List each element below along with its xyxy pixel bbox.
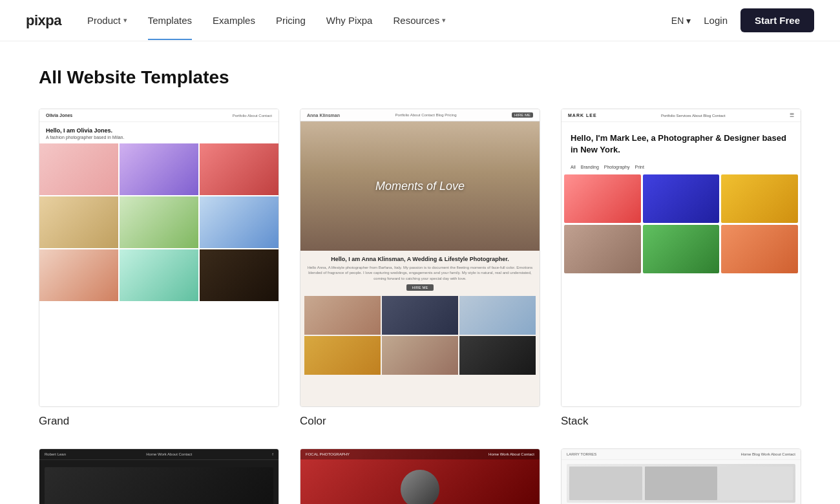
template-thumbnail-grand: Olivia Jones Portfolio About Contact Hel… [39,109,279,407]
color-cell-4 [304,336,381,375]
template-card-larry[interactable]: LARRY TORRES Home Blog Work About Contac… [561,448,801,504]
stack-photo-grid [562,174,801,273]
grand-cell-5 [120,196,198,248]
login-button[interactable]: Login [704,15,728,26]
nav-resources[interactable]: Resources ▾ [393,15,446,26]
color-cell-6 [459,336,536,375]
color-hire-btn: HIRE ME [406,284,433,291]
grand-subline: A fashion photographer based in Milan. [46,135,272,140]
color-cell-1 [304,296,381,335]
color-logo: Anna Klinsman [307,113,340,118]
stack-menu-icon: ☰ [790,112,794,118]
grand-cell-2 [120,143,198,195]
chevron-down-icon: ▾ [123,16,127,25]
nav-right: EN ▾ Login Start Free [671,8,814,32]
nav-links: Product ▾ Templates Examples Pricing Why… [87,15,671,26]
robert-social: f [272,452,273,456]
chevron-down-icon: ▾ [686,16,691,26]
robert-bar: Robert Lean Home Work About Contact f [39,449,278,460]
robert-body [39,460,278,504]
nav-pricing[interactable]: Pricing [276,15,306,26]
color-cta: HIRE ME [512,112,533,118]
template-thumbnail-stack: MARK LEE Portfolio Services About Blog C… [561,109,801,407]
stack-logo: MARK LEE [568,113,597,118]
stack-hero: Hello, I'm Mark Lee, a Photographer & De… [562,122,801,162]
template-thumbnail-larry: LARRY TORRES Home Blog Work About Contac… [561,448,801,504]
template-grid-bottom: Robert Lean Home Work About Contact f FO… [39,448,801,504]
template-name-color: Color [300,415,540,428]
larry-name: LARRY TORRES [567,452,596,456]
nav-templates[interactable]: Templates [148,15,192,26]
chevron-down-icon: ▾ [442,16,446,25]
focal-portrait [401,470,439,504]
template-name-stack: Stack [561,415,801,428]
robert-content [45,467,273,505]
color-about: Hello, I am Anna Klinsman, A Wedding & L… [300,251,540,296]
template-card-grand[interactable]: Olivia Jones Portfolio About Contact Hel… [39,109,279,428]
brand-logo[interactable]: pixpa [26,12,61,29]
color-about-head: Hello, I am Anna Klinsman, A Wedding & L… [307,256,533,262]
stack-cell-2 [643,174,720,223]
larry-body [562,460,801,504]
focal-nav: Home Work About Contact [488,452,534,456]
larry-content [567,464,795,503]
robert-nav: Home Work About Contact [146,452,192,456]
navbar: pixpa Product ▾ Templates Examples Prici… [0,0,840,41]
grand-cell-9 [200,249,278,301]
grand-cell-8 [120,249,198,301]
template-card-stack[interactable]: MARK LEE Portfolio Services About Blog C… [561,109,801,428]
grand-logo: Olivia Jones [46,113,72,118]
template-card-color[interactable]: Anna Klinsman Portfolio About Contact Bl… [300,109,540,428]
focal-body [300,459,540,504]
nav-product[interactable]: Product ▾ [87,15,127,26]
grand-nav: Portfolio About Contact [233,114,272,118]
stack-cell-6 [721,225,798,273]
grand-cell-7 [39,249,118,301]
stack-cell-3 [721,174,798,223]
color-cell-5 [382,336,458,375]
color-nav: Portfolio About Contact Blog Pricing [395,113,456,117]
color-about-body: Hello Anna, A lifestyle photographer fro… [307,265,533,281]
grand-cell-4 [39,196,118,248]
grand-cell-6 [200,196,278,248]
stack-nav: Portfolio Services About Blog Contact [661,114,726,118]
color-hero-title: Moments of Love [375,180,465,193]
focal-bar: FOCAL PHOTOGRAPHY Home Work About Contac… [300,449,540,459]
template-thumbnail-color: Anna Klinsman Portfolio About Contact Bl… [300,109,540,407]
grand-photo-grid [39,143,278,406]
color-hero: Moments of Love [300,121,540,251]
template-grid: Olivia Jones Portfolio About Contact Hel… [39,109,801,428]
stack-cell-1 [564,174,641,223]
nav-why-pixpa[interactable]: Why Pixpa [326,15,373,26]
template-card-focal[interactable]: FOCAL PHOTOGRAPHY Home Work About Contac… [300,448,540,504]
template-thumbnail-robert: Robert Lean Home Work About Contact f [39,448,279,504]
stack-cell-4 [564,225,641,273]
stack-cell-5 [643,225,720,273]
template-card-robert[interactable]: Robert Lean Home Work About Contact f [39,448,279,504]
color-cell-3 [459,296,536,335]
start-free-button[interactable]: Start Free [740,8,814,32]
template-thumbnail-focal: FOCAL PHOTOGRAPHY Home Work About Contac… [300,448,540,504]
color-gallery [304,296,536,375]
template-name-grand: Grand [39,415,279,428]
color-cell-2 [382,296,458,335]
page-title: All Website Templates [39,67,801,88]
stack-headline: Hello, I'm Mark Lee, a Photographer & De… [571,132,792,156]
larry-nav: Home Blog Work About Contact [740,452,795,456]
nav-examples[interactable]: Examples [213,15,255,26]
larry-bar: LARRY TORRES Home Blog Work About Contac… [562,449,801,460]
focal-logo: FOCAL PHOTOGRAPHY [306,452,350,456]
page-content: All Website Templates Olivia Jones Portf… [0,41,840,504]
stack-filter: All Branding Photography Print [562,162,801,174]
grand-headline: Hello, I am Olivia Jones. [46,127,272,134]
robert-name: Robert Lean [45,452,66,456]
grand-cell-1 [39,143,118,195]
grand-cell-3 [200,143,278,195]
language-selector[interactable]: EN ▾ [671,16,691,26]
